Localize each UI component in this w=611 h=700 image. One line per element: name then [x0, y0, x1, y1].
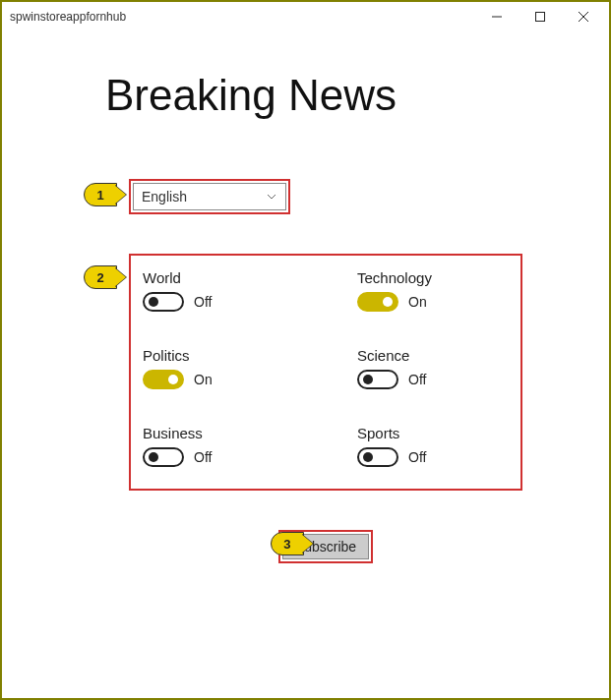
- toggle-knob: [383, 297, 393, 307]
- toggle-state-text: Off: [408, 449, 426, 465]
- subscribe-section: 3 Subscribe: [129, 530, 522, 563]
- toggle-label: Science: [357, 347, 503, 364]
- toggle-item-science: ScienceOff: [357, 347, 503, 389]
- toggle-control: On: [357, 292, 503, 312]
- toggle-label: Sports: [357, 425, 503, 441]
- callout-1: 1: [84, 183, 117, 206]
- toggle-switch[interactable]: [357, 370, 398, 389]
- toggle-control: Off: [357, 370, 503, 389]
- app-window: spwinstoreappfornhub Breaking News 1 Eng…: [0, 0, 611, 700]
- toggle-state-text: On: [194, 372, 213, 387]
- toggle-item-world: WorldOff: [143, 269, 288, 312]
- toggle-switch[interactable]: [357, 447, 398, 467]
- window-controls: [475, 2, 605, 31]
- toggle-label: Business: [143, 425, 288, 441]
- toggle-state-text: Off: [408, 372, 426, 387]
- toggle-knob: [363, 452, 373, 462]
- minimize-button[interactable]: [475, 2, 519, 31]
- window-title: spwinstoreappfornhub: [10, 10, 126, 24]
- minimize-icon: [491, 11, 503, 23]
- language-selected: English: [142, 189, 187, 204]
- toggle-label: World: [143, 269, 288, 286]
- page-title: Breaking News: [105, 71, 540, 120]
- toggle-state-text: Off: [194, 294, 212, 310]
- callout-3: 3: [271, 532, 304, 555]
- toggle-item-technology: TechnologyOn: [357, 269, 503, 312]
- categories-highlight-box: WorldOffTechnologyOnPoliticsOnScienceOff…: [129, 254, 522, 491]
- toggle-control: Off: [143, 292, 288, 312]
- toggle-switch[interactable]: [143, 370, 184, 389]
- chevron-down-icon: [266, 191, 277, 203]
- language-dropdown[interactable]: English: [133, 183, 286, 210]
- toggle-grid: WorldOffTechnologyOnPoliticsOnScienceOff…: [143, 269, 503, 467]
- toggle-item-sports: SportsOff: [357, 425, 503, 467]
- toggle-knob: [168, 375, 178, 384]
- close-button[interactable]: [562, 2, 605, 31]
- toggle-knob: [149, 297, 158, 307]
- toggle-switch[interactable]: [143, 292, 184, 312]
- toggle-control: On: [143, 370, 288, 389]
- toggle-label: Technology: [357, 269, 503, 286]
- toggle-knob: [363, 375, 373, 384]
- language-highlight-box: English: [129, 179, 290, 214]
- toggle-item-business: BusinessOff: [143, 425, 288, 467]
- toggle-switch[interactable]: [357, 292, 398, 312]
- toggle-knob: [149, 452, 158, 462]
- toggle-control: Off: [357, 447, 503, 467]
- close-icon: [578, 11, 589, 23]
- toggle-control: Off: [143, 447, 288, 467]
- language-section: 1 English: [105, 179, 540, 214]
- titlebar: spwinstoreappfornhub: [2, 2, 609, 31]
- toggle-label: Politics: [143, 347, 288, 364]
- svg-rect-1: [536, 13, 545, 22]
- maximize-icon: [534, 11, 546, 23]
- toggle-state-text: Off: [194, 449, 212, 465]
- maximize-button[interactable]: [519, 2, 562, 31]
- content-area: Breaking News 1 English 2 WorldOffTechno…: [2, 31, 609, 563]
- callout-2: 2: [84, 265, 117, 289]
- categories-section: 2 WorldOffTechnologyOnPoliticsOnScienceO…: [105, 254, 540, 491]
- toggle-item-politics: PoliticsOn: [143, 347, 288, 389]
- toggle-state-text: On: [408, 294, 427, 310]
- toggle-switch[interactable]: [143, 447, 184, 467]
